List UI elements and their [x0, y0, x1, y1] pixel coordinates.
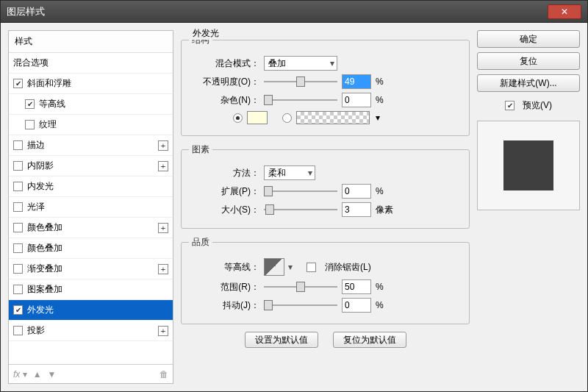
checkbox-icon[interactable]	[13, 161, 23, 171]
jitter-label: 抖动(J)：	[189, 299, 259, 312]
blend-mode-label: 混合模式：	[189, 57, 259, 70]
checkbox-icon[interactable]	[13, 202, 23, 212]
quality-group: 品质 等高线： 消除锯齿(L) 范围(R)： %	[181, 236, 470, 324]
move-down-icon[interactable]: ▼	[48, 369, 57, 379]
styles-footer: fx ▾ ▲ ▼ 🗑	[9, 364, 173, 383]
style-row-contour[interactable]: 等高线	[9, 94, 173, 115]
checkbox-icon[interactable]	[13, 140, 23, 150]
jitter-input[interactable]	[342, 298, 371, 313]
contour-picker[interactable]	[264, 258, 284, 276]
add-icon[interactable]: +	[158, 140, 168, 151]
move-up-icon[interactable]: ▲	[33, 369, 42, 379]
checkbox-icon[interactable]	[13, 264, 23, 274]
trash-icon[interactable]: 🗑	[159, 369, 168, 379]
preview-swatch	[503, 140, 553, 190]
preview-checkbox[interactable]	[505, 101, 514, 110]
noise-slider[interactable]	[264, 94, 337, 106]
structure-group: 结构 混合模式： 叠加 不透明度(O)： % 杂色(N)：	[181, 34, 470, 136]
opacity-slider[interactable]	[264, 76, 337, 88]
checkbox-icon[interactable]	[13, 79, 23, 88]
contour-label: 等高线：	[189, 261, 259, 274]
method-select[interactable]: 柔和	[264, 165, 315, 180]
elements-group: 图素 方法： 柔和 扩展(P)： % 大小(S)：	[181, 143, 470, 229]
set-default-button[interactable]: 设置为默认值	[245, 332, 318, 348]
range-label: 范围(R)：	[189, 281, 259, 293]
size-input[interactable]	[342, 202, 371, 217]
checkbox-icon[interactable]	[13, 285, 23, 294]
style-row-texture[interactable]: 纹理	[9, 115, 173, 135]
noise-label: 杂色(N)：	[189, 94, 259, 107]
checkbox-icon[interactable]	[13, 223, 23, 232]
style-row-inner-shadow[interactable]: 内阴影+	[9, 156, 173, 177]
style-row-color-overlay-2[interactable]: 颜色叠加	[9, 238, 173, 259]
titlebar: 图层样式 ✕	[1, 1, 587, 23]
add-icon[interactable]: +	[158, 161, 168, 171]
new-style-button[interactable]: 新建样式(W)...	[477, 74, 580, 92]
spread-input[interactable]	[342, 184, 371, 199]
checkbox-icon[interactable]	[13, 305, 23, 315]
range-input[interactable]	[342, 279, 371, 294]
size-label: 大小(S)：	[189, 204, 259, 216]
layer-style-dialog: 图层样式 ✕ 样式 混合选项 斜面和浮雕 等高线 纹理 描边+ 内阴影+ 内发光…	[0, 0, 588, 392]
checkbox-icon[interactable]	[13, 182, 23, 191]
style-row-stroke[interactable]: 描边+	[9, 135, 173, 156]
gradient-radio[interactable]	[282, 113, 292, 123]
checkbox-icon[interactable]	[25, 120, 35, 129]
style-row-outer-glow[interactable]: 外发光	[9, 300, 173, 321]
styles-list-panel: 样式 混合选项 斜面和浮雕 等高线 纹理 描边+ 内阴影+ 内发光 光泽 颜色叠…	[8, 30, 173, 384]
style-row-pattern-overlay[interactable]: 图案叠加	[9, 279, 173, 300]
color-radio[interactable]	[233, 113, 243, 123]
fx-menu-icon[interactable]: fx ▾	[13, 369, 27, 379]
opacity-input[interactable]	[342, 74, 371, 89]
spread-label: 扩展(P)：	[189, 185, 259, 198]
close-button[interactable]: ✕	[548, 4, 581, 19]
style-row-bevel[interactable]: 斜面和浮雕	[9, 74, 173, 94]
reset-default-button[interactable]: 复位为默认值	[333, 332, 406, 348]
panel-title: 外发光	[190, 27, 222, 40]
dialog-actions: 确定 复位 新建样式(W)... 预览(V)	[477, 30, 580, 384]
style-row-gradient-overlay[interactable]: 渐变叠加+	[9, 259, 173, 279]
antialias-checkbox[interactable]	[306, 263, 316, 272]
add-icon[interactable]: +	[158, 326, 168, 336]
ok-button[interactable]: 确定	[477, 30, 580, 48]
checkbox-icon[interactable]	[13, 243, 23, 253]
noise-input[interactable]	[342, 93, 371, 107]
style-row-inner-glow[interactable]: 内发光	[9, 177, 173, 197]
gradient-swatch[interactable]	[296, 111, 370, 124]
style-row-drop-shadow[interactable]: 投影+	[9, 321, 173, 341]
opacity-label: 不透明度(O)：	[189, 76, 259, 88]
preview-label: 预览(V)	[523, 99, 552, 112]
style-row-color-overlay[interactable]: 颜色叠加+	[9, 218, 173, 238]
spread-slider[interactable]	[264, 185, 337, 197]
jitter-slider[interactable]	[264, 299, 337, 311]
settings-panel: 外发光 结构 混合模式： 叠加 不透明度(O)： % 杂色(N)：	[181, 30, 470, 384]
size-slider[interactable]	[264, 204, 337, 215]
add-icon[interactable]: +	[158, 223, 168, 233]
antialias-label: 消除锯齿(L)	[325, 261, 371, 274]
checkbox-icon[interactable]	[13, 326, 23, 335]
cancel-button[interactable]: 复位	[477, 52, 580, 70]
blend-mode-select[interactable]: 叠加	[264, 56, 337, 71]
style-row-satin[interactable]: 光泽	[9, 197, 173, 218]
color-swatch[interactable]	[247, 111, 268, 124]
preview-box	[477, 121, 580, 210]
add-icon[interactable]: +	[158, 264, 168, 274]
window-title: 图层样式	[7, 5, 548, 18]
checkbox-icon[interactable]	[25, 99, 35, 109]
style-row-blend-options[interactable]: 混合选项	[9, 53, 173, 74]
styles-header: 样式	[9, 31, 173, 53]
range-slider[interactable]	[264, 281, 337, 293]
method-label: 方法：	[189, 167, 259, 179]
